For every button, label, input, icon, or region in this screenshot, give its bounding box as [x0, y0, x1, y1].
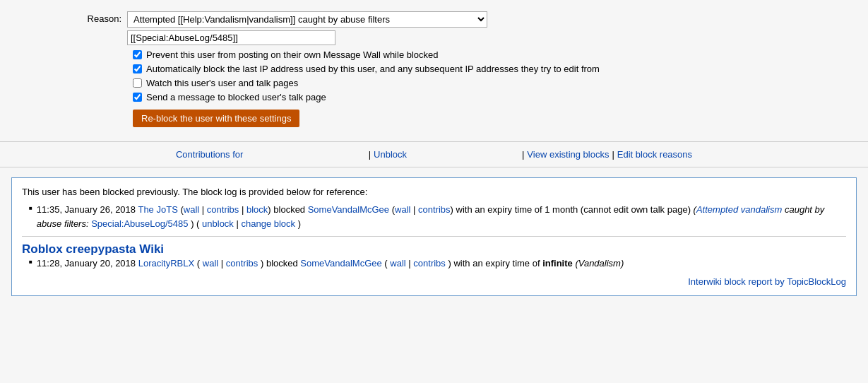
blocked-user-2-open: ( [384, 258, 387, 269]
close-paren-1: ) [298, 218, 301, 229]
checkbox-message-wall-label: Prevent this user from posting on their … [146, 49, 439, 60]
expiry-1: with an expiry time of 1 month (cannot e… [456, 204, 694, 215]
checkboxes-container: Prevent this user from posting on their … [133, 49, 854, 102]
blocked-user-1-link[interactable]: SomeVandalMcGee [308, 204, 389, 215]
blocked-user-2-link[interactable]: SomeVandalMcGee [300, 258, 381, 269]
expiry-bold-2: infinite [542, 258, 573, 269]
blocker-1-link[interactable]: The JoTS [138, 204, 177, 215]
blocked-user-1-wall[interactable]: wall [395, 204, 410, 215]
reason-row: Reason: Attempted [[Help:Vandalism|vanda… [14, 11, 854, 45]
blocker-1-contribs[interactable]: contribs [207, 204, 239, 215]
blocker-1-block[interactable]: block [246, 204, 268, 215]
sep2: | [242, 204, 246, 215]
checkbox-autoblock[interactable]: Automatically block the last IP address … [133, 64, 854, 74]
abuseloglink-1[interactable]: Special:AbuseLog/5485 [91, 218, 188, 229]
edit-block-link[interactable]: Edit block reasons [617, 149, 692, 160]
checkbox-autoblock-input[interactable] [133, 64, 142, 73]
checkbox-message-wall-input[interactable] [133, 50, 142, 59]
blocked-text-2: blocked [266, 258, 300, 269]
blocked-user-2-wall[interactable]: wall [390, 258, 405, 269]
block-log-intro: This user has been blocked previously. T… [22, 187, 846, 197]
blocker-2-close: ) [261, 258, 266, 269]
block-entry-2-content: 11:28, January 20, 2018 LoracityRBLX ( w… [37, 257, 624, 271]
reason-input[interactable] [127, 30, 335, 45]
unblock-link[interactable]: Unblock [374, 149, 407, 160]
unblock-link-1[interactable]: unblock [202, 218, 234, 229]
reason-link-italic-1[interactable]: Attempted vandalism [696, 204, 782, 215]
expiry-prefix-2: with an expiry time of [453, 258, 542, 269]
checkbox-watch[interactable]: Watch this user's user and talk pages [133, 78, 854, 88]
timestamp-2: 11:28, January 20, 2018 [37, 258, 138, 269]
interwiki-report-link[interactable]: Interwiki block report by TopicBlockLog [688, 276, 846, 287]
links-bar: Contributions for | Unblock | View exist… [0, 142, 868, 167]
reason-controls: Attempted [[Help:Vandalism|vandalism]] c… [127, 11, 487, 45]
block-list-first: 11:35, January 26, 2018 The JoTS (wall |… [22, 203, 846, 230]
checkbox-talk-message[interactable]: Send a message to blocked user's talk pa… [133, 92, 854, 102]
wiki-divider [22, 236, 846, 237]
blocked-user-2-contribs[interactable]: contribs [413, 258, 446, 269]
reason-select[interactable]: Attempted [[Help:Vandalism|vandalism]] c… [127, 11, 487, 28]
reason-close-1: ) ( [191, 218, 199, 229]
reason-label: Reason: [14, 11, 127, 24]
view-existing-sep: | [410, 149, 524, 160]
blocker-1-wall[interactable]: wall [184, 204, 199, 215]
blocker-2-contribs[interactable]: contribs [226, 258, 258, 269]
checkbox-watch-label: Watch this user's user and talk pages [146, 78, 298, 88]
wiki-title-link[interactable]: Roblox creepypasta Wiki [22, 242, 164, 256]
checkbox-autoblock-label: Automatically block the last IP address … [146, 64, 600, 74]
blocker-2-link[interactable]: LoracityRBLX [138, 258, 194, 269]
view-existing-link[interactable]: View existing blocks [527, 149, 609, 160]
blocked-text-1: blocked [273, 204, 307, 215]
checkbox-message-wall[interactable]: Prevent this user from posting on their … [133, 49, 854, 60]
checkbox-talk-message-label: Send a message to blocked user's talk pa… [146, 92, 326, 102]
timestamp-1: 11:35, January 26, 2018 [37, 204, 138, 215]
block-entry-2: 11:28, January 20, 2018 LoracityRBLX ( w… [29, 257, 846, 271]
sep1: | [202, 204, 207, 215]
blocker-2-open: ( [197, 258, 200, 269]
blocker-2-wall[interactable]: wall [203, 258, 218, 269]
checkbox-watch-input[interactable] [133, 78, 142, 88]
edit-block-sep: | [612, 149, 614, 160]
sep5: | [221, 258, 226, 269]
blocked-user-1-close: ) [451, 204, 456, 215]
checkbox-talk-message-input[interactable] [133, 93, 142, 102]
block-list-second: 11:28, January 20, 2018 LoracityRBLX ( w… [22, 257, 846, 271]
block-log-section: This user has been blocked previously. T… [11, 177, 857, 296]
change-block-link-1[interactable]: change block [241, 218, 295, 229]
unblock-sep: | [246, 149, 371, 160]
block-entry-1-content: 11:35, January 26, 2018 The JoTS (wall |… [37, 203, 846, 230]
contributions-link[interactable]: Contributions for [176, 149, 243, 160]
interwiki-link-container: Interwiki block report by TopicBlockLog [22, 276, 846, 287]
reblock-button[interactable]: Re-block the user with these settings [133, 110, 299, 127]
reason-italic-2: (Vandalism) [575, 258, 624, 269]
top-section: Reason: Attempted [[Help:Vandalism|vanda… [0, 0, 868, 142]
blocked-user-1-contribs[interactable]: contribs [418, 204, 451, 215]
block-entry-1: 11:35, January 26, 2018 The JoTS (wall |… [29, 203, 846, 230]
